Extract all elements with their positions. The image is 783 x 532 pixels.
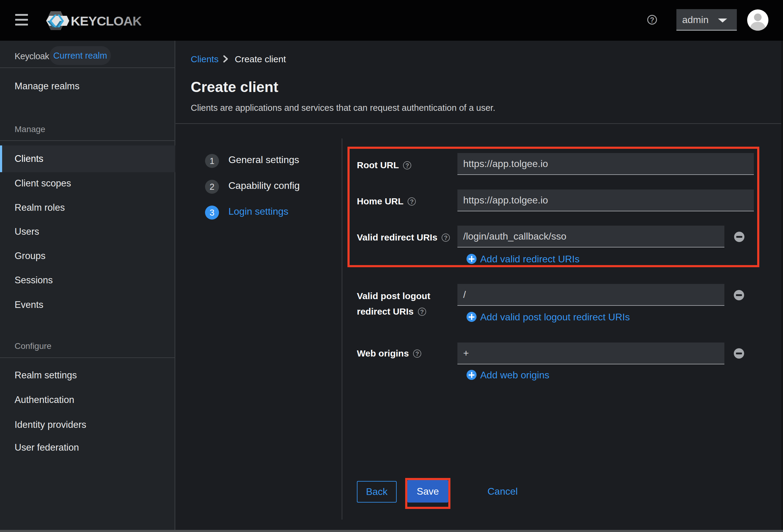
svg-text:KEYCLOAK: KEYCLOAK bbox=[71, 14, 141, 28]
